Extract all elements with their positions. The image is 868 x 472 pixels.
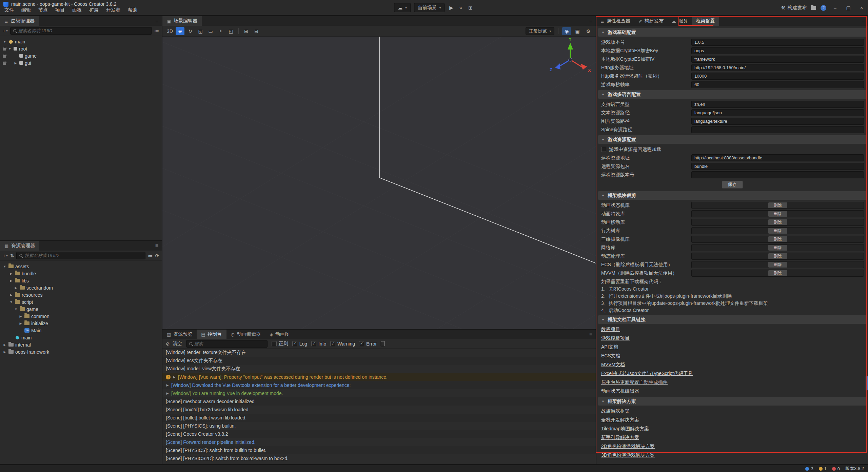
regex-toggle[interactable]: 正则 xyxy=(272,341,288,347)
tab-property-inspector[interactable]: ≣ 属性检查器 xyxy=(596,16,634,26)
rotate-snap-icon[interactable]: ⊟ xyxy=(252,27,261,35)
tab-console[interactable]: ▤ 控制台 xyxy=(197,330,226,339)
expand-caret-icon[interactable]: ▶ xyxy=(166,383,169,387)
lock-icon[interactable] xyxy=(3,48,6,51)
log-row[interactable]: [Window] render_texture文件夹不存在 xyxy=(162,349,596,357)
asset-node-bundle[interactable]: ▶ bundle xyxy=(0,270,162,277)
log-count[interactable]: 3 xyxy=(805,466,813,471)
section-header-i18n[interactable]: ▼ 游戏多语言配置 xyxy=(598,90,866,99)
hierarchy-title-tab[interactable]: ≣ 层级管理器 xyxy=(0,16,39,26)
scene-viewport[interactable]: Y X Z xyxy=(162,37,596,329)
play-button[interactable]: ▶ xyxy=(448,5,455,11)
solution-link[interactable]: Tiledmap地图解决方案 xyxy=(601,426,649,432)
step-button[interactable]: » xyxy=(458,5,463,11)
clear-console-button[interactable]: ⊘ 清空 xyxy=(166,341,182,347)
grid-snap-icon[interactable]: ⊞ xyxy=(242,27,251,35)
section-header-resources[interactable]: ▼ 游戏资源配置 xyxy=(598,135,866,144)
menu-panel[interactable]: 面板 xyxy=(68,6,85,15)
menu-project[interactable]: 项目 xyxy=(52,6,68,15)
delete-button[interactable]: 删除 xyxy=(768,202,787,208)
filter-info[interactable]: ✓ Info xyxy=(311,341,326,347)
remote-load-checkbox[interactable] xyxy=(601,147,606,152)
remote-url-input[interactable] xyxy=(691,154,864,161)
expand-caret-icon[interactable]: ▶ xyxy=(14,286,18,290)
texture-path-input[interactable] xyxy=(691,118,864,125)
tab-animation-graph[interactable]: ◈ 动画图 xyxy=(265,330,294,339)
scale-tool-icon[interactable]: ◱ xyxy=(196,27,205,35)
log-row[interactable]: [Scene] [bullet]:bullet wasm lib loaded. xyxy=(162,414,596,422)
view-mode-select[interactable]: 正常浏览 ▾ xyxy=(526,27,554,35)
build-publish-button[interactable]: ⚒ 构建发布 xyxy=(781,5,807,11)
scene-title-tab[interactable]: ▣ 场景编辑器 xyxy=(162,16,202,26)
panel-menu-icon[interactable]: ≡ xyxy=(586,18,596,24)
log-row[interactable]: [Scene] Cocos Creator v3.8.2 xyxy=(162,430,596,438)
doc-link[interactable]: ECS文档 xyxy=(601,353,620,359)
http-server-input[interactable] xyxy=(691,64,864,71)
log-row-info[interactable]: [Scene] Forward render pipeline initiali… xyxy=(162,438,596,446)
log-row[interactable]: [Scene] [PHYSICS]: using builtin. xyxy=(162,422,596,430)
lighting-toggle-icon[interactable]: ◉ xyxy=(562,27,571,35)
log-row-info[interactable]: ▶ [Window] Download the Vue Devtools ext… xyxy=(162,381,596,389)
regex-checkbox[interactable] xyxy=(272,341,277,346)
dimension-toggle-button[interactable]: 3D xyxy=(165,27,174,35)
move-tool-icon[interactable]: ⊕ xyxy=(176,27,184,35)
http-timeout-input[interactable] xyxy=(691,73,864,80)
doc-link[interactable]: 教程项目 xyxy=(601,327,620,333)
help-icon[interactable]: ? xyxy=(821,5,826,11)
delete-button[interactable]: 删除 xyxy=(768,245,787,251)
solution-link[interactable]: 3D角色扮演游戏解决方案 xyxy=(601,452,655,458)
log-row[interactable]: [Window] model_view文件夹不存在 xyxy=(162,365,596,373)
delete-button[interactable]: 删除 xyxy=(768,211,787,217)
log-row-success[interactable]: ▶ [Window] You are running Vue in develo… xyxy=(162,389,596,397)
minimize-button[interactable]: – xyxy=(831,5,840,11)
log-row[interactable]: [Window] ecs文件夹不存在 xyxy=(162,357,596,365)
menu-developer[interactable]: 开发者 xyxy=(102,6,124,15)
delete-button[interactable]: 删除 xyxy=(768,270,787,276)
close-button[interactable]: × xyxy=(857,5,866,11)
warning-count[interactable]: 1 xyxy=(819,466,827,471)
asset-node-libs[interactable]: ▶ libs xyxy=(0,277,162,284)
section-header-docs[interactable]: ▼ 框架文档工具链接 xyxy=(598,315,866,324)
log-row[interactable]: [Scene] [PHYSICS2D]: switch from box2d-w… xyxy=(162,454,596,463)
solution-link[interactable]: 新手引导解决方案 xyxy=(601,435,639,441)
coordinate-toggle-icon[interactable]: ◰ xyxy=(226,27,235,35)
create-asset-button[interactable]: +▾ xyxy=(3,253,8,258)
section-header-basic[interactable]: ▼ 游戏基础配置 xyxy=(598,28,866,37)
filter-icon[interactable]: ≔ xyxy=(148,253,153,258)
error-count[interactable]: 0 xyxy=(832,466,840,471)
asset-node-main-scene[interactable]: main xyxy=(0,334,162,341)
open-folder-icon[interactable] xyxy=(811,6,816,10)
doc-link[interactable]: API文档 xyxy=(601,344,618,350)
camera-settings-icon[interactable]: ▣ xyxy=(573,27,582,35)
remote-bundle-input[interactable] xyxy=(691,163,864,170)
console-log-list[interactable]: [Window] render_texture文件夹不存在 [Window] e… xyxy=(162,349,596,464)
section-header-solutions[interactable]: ▼ 框架解决方案 xyxy=(598,397,866,406)
refresh-icon[interactable]: ⟳ xyxy=(155,253,159,258)
expand-caret-icon[interactable]: ▶ xyxy=(19,315,23,318)
inspector-scrollbar[interactable] xyxy=(866,376,868,391)
asset-node-game[interactable]: ▼ game xyxy=(0,306,162,313)
log-checkbox[interactable]: ✓ xyxy=(292,341,297,346)
delete-button[interactable]: 删除 xyxy=(768,228,787,234)
log-row[interactable]: [Scene] [box2d]:box2d wasm lib loaded. xyxy=(162,406,596,414)
hierarchy-node-root[interactable]: ▼ root xyxy=(0,45,162,52)
spine-path-input[interactable] xyxy=(691,126,864,133)
expand-caret-icon[interactable]: ▶ xyxy=(3,343,7,347)
asset-node-oops-framework[interactable]: ▶ oops-framework xyxy=(0,348,162,355)
filter-log[interactable]: ✓ Log xyxy=(292,341,307,347)
expand-caret-icon[interactable]: ▶ xyxy=(9,272,13,275)
expand-caret-icon[interactable]: ▼ xyxy=(9,300,13,304)
menu-extension[interactable]: 扩展 xyxy=(85,6,102,15)
doc-link[interactable]: MVVM文档 xyxy=(601,362,625,368)
panel-menu-icon[interactable]: ≡ xyxy=(152,243,162,249)
menu-help[interactable]: 帮助 xyxy=(124,6,141,15)
doc-link[interactable]: 游戏模板项目 xyxy=(601,335,630,341)
delete-button[interactable]: 删除 xyxy=(768,262,787,268)
delete-button[interactable]: 删除 xyxy=(768,219,787,225)
export-log-icon[interactable] xyxy=(381,341,385,346)
filter-error[interactable]: ✓ Error xyxy=(359,341,377,347)
expand-caret-icon[interactable]: ▶ xyxy=(166,392,169,395)
warning-checkbox[interactable]: ✓ xyxy=(330,341,335,346)
expand-caret-icon[interactable]: ▼ xyxy=(3,40,7,43)
tab-framework-config[interactable]: 框架配置 xyxy=(692,16,719,26)
